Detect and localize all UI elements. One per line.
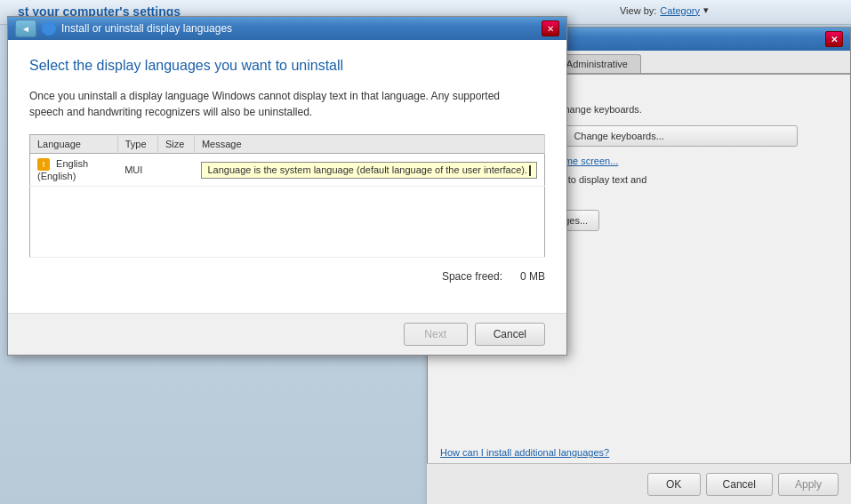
apply-button[interactable]: Apply (778, 473, 839, 496)
message-cell: Language is the system language (default… (194, 154, 544, 187)
table-header: Language Type Size Message (30, 135, 545, 154)
titlebar-globe-icon (42, 21, 56, 36)
install-dialog-titlebar: ◄ Install or uninstall display languages… (8, 17, 566, 40)
view-category-link[interactable]: Category (660, 5, 700, 16)
how-install-link[interactable]: How can I install additional languages? (440, 447, 609, 458)
view-by-label: View by: Category ▾ (620, 4, 709, 16)
table-row[interactable]: ! English (English) MUI Language is the … (30, 154, 545, 187)
tooltip-message: Language is the system language (default… (201, 162, 537, 179)
cursor-icon (529, 165, 531, 176)
dialog-description: Once you uninstall a display language Wi… (29, 88, 545, 120)
space-freed-row: Space freed: 0 MB (29, 270, 545, 283)
cancel-button[interactable]: Cancel (706, 473, 773, 496)
size-cell (157, 154, 194, 187)
language-cell: ! English (English) (30, 154, 118, 187)
region-close-button[interactable]: ✕ (825, 31, 843, 47)
install-dialog-title: Install or uninstall display languages (61, 22, 232, 35)
next-button[interactable]: Next (404, 323, 468, 346)
install-cancel-button[interactable]: Cancel (475, 323, 545, 346)
table-body: ! English (English) MUI Language is the … (30, 154, 545, 258)
region-footer: OK Cancel Apply (427, 463, 851, 504)
dialog-main-title: Select the display languages you want to… (29, 58, 545, 74)
how-install-section: How can I install additional languages? (440, 446, 838, 459)
install-dialog-body: Select the display languages you want to… (8, 40, 566, 313)
ok-button[interactable]: OK (647, 473, 701, 496)
install-dialog-footer: Next Cancel (8, 313, 566, 355)
dropdown-arrow-icon: ▾ (703, 4, 709, 16)
titlebar-left: ◄ Install or uninstall display languages (15, 20, 232, 37)
col-language: Language (30, 135, 118, 154)
type-cell: MUI (117, 154, 157, 187)
language-table: Language Type Size Message ! English (En… (29, 134, 545, 258)
install-uninstall-dialog: ◄ Install or uninstall display languages… (7, 16, 567, 356)
back-arrow-icon: ◄ (21, 24, 30, 34)
back-button[interactable]: ◄ (15, 20, 36, 37)
warning-icon: ! (37, 158, 50, 171)
space-freed-label: Space freed: (442, 270, 502, 283)
col-message: Message (194, 135, 544, 154)
space-freed-value: 0 MB (520, 270, 545, 283)
col-type: Type (117, 135, 157, 154)
col-size: Size (157, 135, 194, 154)
empty-row (30, 187, 545, 258)
install-dialog-close-button[interactable]: ✕ (542, 20, 559, 36)
